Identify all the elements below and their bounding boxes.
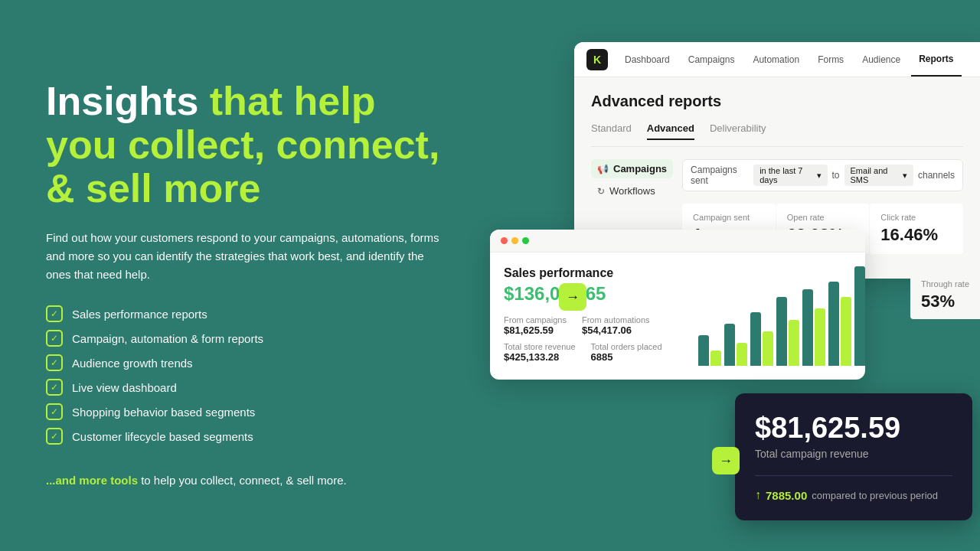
trend-arrow-icon: ↑ bbox=[755, 488, 761, 502]
sidebar-item-label: Workflows bbox=[609, 185, 655, 197]
revenue-label: Total campaign revenue bbox=[755, 448, 952, 460]
through-rate-label: Through rate bbox=[921, 279, 969, 289]
bar-group bbox=[828, 282, 851, 366]
tab-deliverability[interactable]: Deliverability bbox=[710, 122, 766, 140]
from-campaigns-label: From campaigns bbox=[504, 315, 567, 324]
list-item: ✓ Audience growth trends bbox=[46, 354, 452, 371]
features-list: ✓ Sales performance reports ✓ Campaign, … bbox=[46, 305, 452, 452]
bar-group bbox=[750, 312, 773, 366]
dot-yellow bbox=[511, 237, 518, 244]
from-campaigns-value: $81,625.59 bbox=[504, 324, 567, 336]
metric-label: Click rate bbox=[880, 213, 952, 222]
from-automations-value: $54,417.06 bbox=[582, 324, 650, 336]
list-item: ✓ Shopping behavior based segments bbox=[46, 403, 452, 420]
list-item: ✓ Campaign, automation & form reports bbox=[46, 330, 452, 347]
nav-item-forms[interactable]: Forms bbox=[810, 42, 851, 77]
nav-item-campaigns[interactable]: Campaigns bbox=[681, 42, 743, 77]
revenue-divider bbox=[755, 475, 952, 476]
sales-performance-card: Sales performance $136,042.65 From campa… bbox=[490, 230, 865, 380]
bar-light bbox=[710, 350, 721, 366]
bar-group bbox=[776, 297, 799, 366]
filter-row: Campaigns sent in the last 7 days ▾ to E… bbox=[682, 159, 963, 191]
card-title: Advanced reports bbox=[591, 93, 963, 110]
sidebar-item-campaigns[interactable]: 📢 Campaigns bbox=[591, 159, 673, 178]
bar-group bbox=[698, 335, 721, 366]
bar-dark bbox=[854, 266, 865, 366]
total-orders-label: Total orders placed bbox=[591, 342, 662, 351]
bar-dark bbox=[750, 312, 761, 366]
from-automations-label: From automations bbox=[582, 315, 650, 324]
dot-green bbox=[522, 237, 529, 244]
through-rate-badge: Through rate 53% bbox=[910, 272, 980, 319]
tab-advanced[interactable]: Advanced bbox=[647, 122, 694, 140]
nav-item-reports[interactable]: Reports bbox=[911, 42, 961, 77]
total-store-label: Total store revenue bbox=[504, 342, 576, 351]
footer-text: ...and more tools to help you collect, c… bbox=[46, 474, 452, 487]
revenue-trend: ↑ 7885.00 compared to previous period bbox=[755, 488, 952, 502]
bar-dark bbox=[724, 324, 735, 366]
bar-group bbox=[724, 324, 747, 366]
dot-red bbox=[501, 237, 508, 244]
description-text: Find out how your customers respond to y… bbox=[46, 229, 444, 284]
sidebar-item-workflows[interactable]: ↻ Workflows bbox=[591, 181, 673, 201]
list-item: ✓ Live view dashboard bbox=[46, 379, 452, 396]
from-campaigns: From campaigns $81,625.59 bbox=[504, 315, 567, 336]
arrow-icon-top: → bbox=[559, 283, 586, 311]
arrow-icon-bottom: → bbox=[712, 447, 740, 474]
logo-letter: K bbox=[593, 54, 601, 66]
headline-white: Insights bbox=[46, 79, 198, 123]
check-icon: ✓ bbox=[46, 379, 63, 396]
revenue-amount: $81,625.59 bbox=[755, 412, 952, 445]
footer-accent: ...and more tools bbox=[46, 474, 138, 487]
filter-period[interactable]: in the last 7 days ▾ bbox=[753, 165, 827, 186]
metric-click-rate: Click rate 16.46% bbox=[870, 204, 963, 254]
check-icon: ✓ bbox=[46, 305, 63, 322]
bar-dark bbox=[698, 335, 709, 366]
total-orders: Total orders placed 6885 bbox=[591, 342, 662, 363]
nav-item-dashboard[interactable]: Dashboard bbox=[617, 42, 678, 77]
metric-value: 16.46% bbox=[880, 225, 952, 245]
list-item: ✓ Customer lifecycle based segments bbox=[46, 428, 452, 445]
bar-light bbox=[841, 297, 851, 366]
total-store-value: $425,133.28 bbox=[504, 351, 576, 363]
bar-group bbox=[802, 289, 825, 366]
sales-chart bbox=[698, 266, 851, 369]
check-icon: ✓ bbox=[46, 403, 63, 420]
bar-group bbox=[854, 266, 865, 366]
tabs-row: Standard Advanced Deliverability bbox=[591, 122, 963, 147]
metric-label: Open rate bbox=[787, 213, 859, 222]
left-section: Insights that helpyou collect, connect,&… bbox=[0, 0, 490, 551]
bar-light bbox=[789, 320, 799, 366]
right-section: K Dashboard Campaigns Automation Forms A… bbox=[490, 0, 980, 551]
campaigns-icon: 📢 bbox=[597, 164, 609, 174]
main-headline: Insights that helpyou collect, connect,&… bbox=[46, 80, 452, 211]
total-orders-value: 6885 bbox=[591, 351, 662, 363]
bar-light bbox=[737, 343, 747, 366]
trend-text: compared to previous period bbox=[812, 490, 938, 501]
bar-dark bbox=[776, 297, 787, 366]
through-rate-value: 53% bbox=[921, 292, 969, 311]
sales-info: Sales performance $136,042.65 From campa… bbox=[504, 266, 686, 369]
window-dots bbox=[490, 230, 865, 253]
check-icon: ✓ bbox=[46, 428, 63, 445]
total-store: Total store revenue $425,133.28 bbox=[504, 342, 576, 363]
filter-label: Campaigns sent bbox=[691, 165, 749, 186]
workflows-icon: ↻ bbox=[597, 186, 605, 197]
tab-standard[interactable]: Standard bbox=[591, 122, 632, 140]
trend-value: 7885.00 bbox=[766, 489, 807, 502]
from-automations: From automations $54,417.06 bbox=[582, 315, 650, 336]
nav-logo: K bbox=[586, 49, 608, 70]
metric-label: Campaign sent bbox=[693, 213, 765, 222]
filter-connector: to bbox=[832, 170, 840, 181]
bar-light bbox=[815, 308, 825, 366]
check-icon: ✓ bbox=[46, 330, 63, 347]
nav-item-audience[interactable]: Audience bbox=[854, 42, 908, 77]
filter-channel[interactable]: Email and SMS ▾ bbox=[844, 165, 913, 186]
filter-suffix: channels bbox=[918, 170, 955, 181]
revenue-card: $81,625.59 Total campaign revenue ↑ 7885… bbox=[735, 393, 972, 520]
nav-item-automation[interactable]: Automation bbox=[745, 42, 807, 77]
bar-light bbox=[763, 331, 773, 366]
nav-bar: K Dashboard Campaigns Automation Forms A… bbox=[574, 42, 980, 77]
sales-amount: $136,042.65 bbox=[504, 283, 686, 305]
bar-dark bbox=[828, 282, 839, 366]
